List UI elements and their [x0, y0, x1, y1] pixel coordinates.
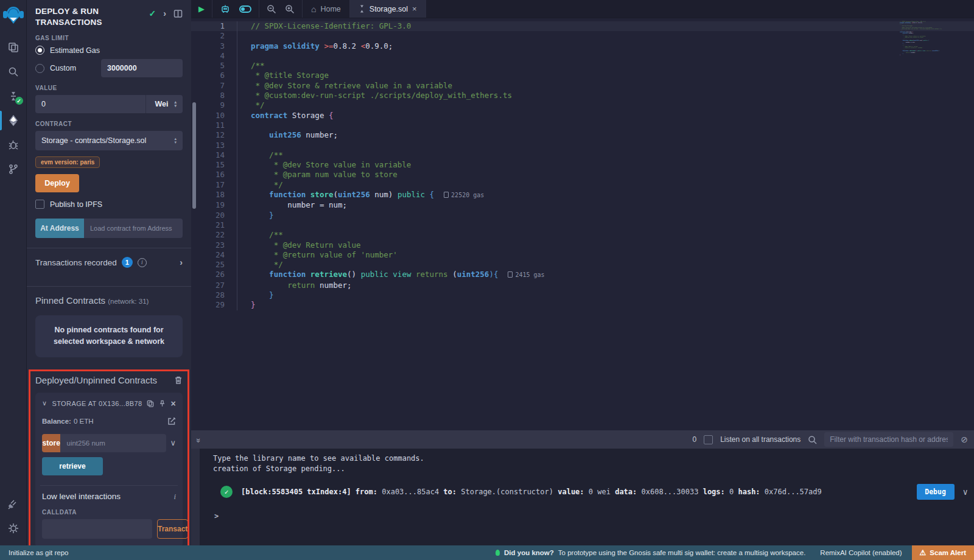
- editor-minimap[interactable]: // SPDX-License-Identifier: GPL-3.0pragm…: [900, 21, 944, 56]
- transact-button[interactable]: Transact: [157, 519, 188, 539]
- editor-tabbar: ▶ ⌂ Home Storage.sol ×: [191, 0, 974, 18]
- value-label: VALUE: [35, 85, 183, 91]
- close-tab-icon[interactable]: ×: [412, 4, 417, 13]
- estimated-gas-radio[interactable]: Estimated Gas: [35, 46, 183, 55]
- custom-gas-input[interactable]: [101, 59, 183, 77]
- panel-check-icon: ✓: [149, 9, 156, 18]
- info-icon[interactable]: i: [173, 492, 176, 502]
- settings-gear-icon[interactable]: [0, 516, 27, 541]
- solidity-file-icon: [359, 5, 365, 13]
- radio-unselected[interactable]: [35, 64, 44, 73]
- panel-title: DEPLOY & RUN TRANSACTIONS: [35, 6, 127, 27]
- tab-storage-sol[interactable]: Storage.sol ×: [350, 0, 426, 18]
- stepper-icon: ▴▾: [174, 100, 177, 108]
- pending-tx-count: 0: [693, 435, 697, 444]
- listen-all-checkbox[interactable]: [704, 435, 713, 444]
- scam-alert-badge[interactable]: ⚠ Scam Alert: [912, 545, 974, 560]
- panel-expand-icon[interactable]: ›: [163, 9, 166, 18]
- stepper-icon: ▴▾: [174, 137, 177, 144]
- contract-select[interactable]: Storage - contracts/Storage.sol ▴▾: [35, 131, 183, 150]
- remix-logo-icon[interactable]: [1, 4, 26, 27]
- custom-gas-radio[interactable]: Custom: [35, 59, 183, 77]
- tx-success-icon: ✓: [220, 486, 233, 498]
- low-level-title: Low level interactions: [42, 492, 121, 501]
- deployed-contract-card: ∨ STORAGE AT 0X136...8B78 × Balance: 0 E…: [35, 393, 183, 545]
- compile-success-badge: ✓: [15, 97, 23, 105]
- expand-args-icon[interactable]: ∨: [170, 438, 176, 447]
- retrieve-function-button[interactable]: retrieve: [42, 457, 103, 475]
- deployed-contracts-section: Deployed/Unpinned Contracts ∨ STORAGE AT…: [29, 369, 189, 545]
- terminal-line: Type the library name to see available c…: [213, 453, 968, 464]
- plugin-manager-icon[interactable]: [0, 492, 27, 516]
- pin-icon[interactable]: [159, 399, 166, 408]
- file-explorer-icon[interactable]: [0, 35, 27, 60]
- collapse-terminal-icon[interactable]: »: [194, 438, 203, 441]
- tx-details: [block:5583405 txIndex:4] from: 0xa03...…: [241, 488, 822, 496]
- value-unit-select[interactable]: Wei ▴▾: [145, 95, 183, 113]
- code-area[interactable]: 1// SPDX-License-Identifier: GPL-3.023pr…: [191, 18, 974, 430]
- zoom-in-icon[interactable]: [285, 4, 295, 14]
- ai-assistant-icon[interactable]: [220, 4, 231, 14]
- terminal: » 0 Listen on all transactions ⊘ Type th…: [191, 430, 974, 545]
- debugger-icon[interactable]: [0, 133, 27, 157]
- calldata-input[interactable]: [42, 519, 152, 539]
- contract-instance-name: STORAGE AT 0X136...8B78: [52, 400, 142, 407]
- value-input[interactable]: [35, 95, 145, 113]
- balance-label: Balance:: [42, 418, 71, 425]
- publish-ipfs-checkbox-row[interactable]: Publish to IPFS: [35, 200, 183, 209]
- contract-label: CONTRACT: [35, 121, 183, 127]
- gas-limit-label: GAS LIMIT: [35, 35, 183, 41]
- git-icon[interactable]: [0, 157, 27, 181]
- pin-panel-icon[interactable]: [173, 9, 183, 18]
- deploy-run-panel: DEPLOY & RUN TRANSACTIONS ✓ › GAS LIMIT …: [27, 0, 191, 545]
- search-icon[interactable]: [808, 435, 817, 444]
- deployed-contracts-title: Deployed/Unpinned Contracts: [35, 375, 174, 385]
- terminal-scroll-strip[interactable]: [191, 449, 200, 545]
- copilot-status[interactable]: RemixAI Copilot (enabled): [820, 549, 902, 556]
- close-icon[interactable]: ×: [170, 399, 176, 408]
- chevron-down-icon[interactable]: ∨: [42, 399, 47, 407]
- store-arg-input[interactable]: [60, 434, 166, 452]
- transactions-count-badge: 1: [122, 257, 133, 268]
- checkbox[interactable]: [35, 200, 44, 209]
- evm-version-badge: evm version: paris: [35, 156, 100, 168]
- solidity-compiler-icon[interactable]: ✓: [0, 84, 27, 108]
- lightbulb-icon: [496, 550, 500, 556]
- status-bar: Initialize as git repo Did you know? To …: [0, 545, 974, 560]
- remix-ide-window: ✓ DEPLOY & RUN TRANSACTIONS: [0, 0, 974, 560]
- deploy-run-icon[interactable]: [0, 108, 27, 133]
- transaction-log-row[interactable]: ✓ [block:5583405 txIndex:4] from: 0xa03.…: [213, 484, 968, 500]
- copy-icon[interactable]: [147, 399, 154, 408]
- deploy-button[interactable]: Deploy: [35, 174, 79, 192]
- tab-home[interactable]: ⌂ Home: [303, 0, 350, 18]
- panel-scrollbar[interactable]: [192, 102, 196, 209]
- home-icon: ⌂: [311, 4, 316, 14]
- clear-console-icon[interactable]: ⊘: [961, 435, 968, 444]
- calldata-label: CALLDATA: [42, 509, 176, 516]
- chevron-right-icon[interactable]: ›: [180, 257, 183, 267]
- edit-icon[interactable]: [167, 417, 176, 425]
- terminal-header: » 0 Listen on all transactions ⊘: [191, 430, 974, 449]
- zoom-out-icon[interactable]: [267, 4, 276, 14]
- terminal-prompt[interactable]: >: [213, 512, 968, 520]
- copilot-toggle-icon[interactable]: [239, 5, 251, 13]
- at-address-input[interactable]: [84, 219, 183, 238]
- info-icon[interactable]: i: [138, 258, 147, 267]
- trash-icon[interactable]: [174, 376, 183, 385]
- store-function-button[interactable]: store: [42, 434, 60, 452]
- icon-sidebar: ✓: [0, 0, 27, 545]
- pinned-contracts-title: Pinned Contracts (network: 31): [35, 295, 183, 306]
- balance-value: 0 ETH: [74, 418, 94, 425]
- radio-selected[interactable]: [35, 46, 44, 55]
- debug-button[interactable]: Debug: [917, 484, 955, 500]
- warning-icon: ⚠: [920, 548, 927, 557]
- at-address-button[interactable]: At Address: [35, 219, 84, 238]
- search-icon[interactable]: [0, 60, 27, 84]
- filter-transactions-input[interactable]: [824, 432, 953, 447]
- code-editor[interactable]: 1// SPDX-License-Identifier: GPL-3.023pr…: [191, 18, 974, 430]
- terminal-line: creation of Storage pending...: [213, 464, 968, 474]
- git-init-status[interactable]: Initialize as git repo: [9, 549, 68, 556]
- run-script-icon[interactable]: ▶: [198, 4, 205, 13]
- transactions-recorded-row[interactable]: Transactions recorded 1 i ›: [35, 248, 183, 276]
- expand-tx-icon[interactable]: ∨: [963, 487, 968, 497]
